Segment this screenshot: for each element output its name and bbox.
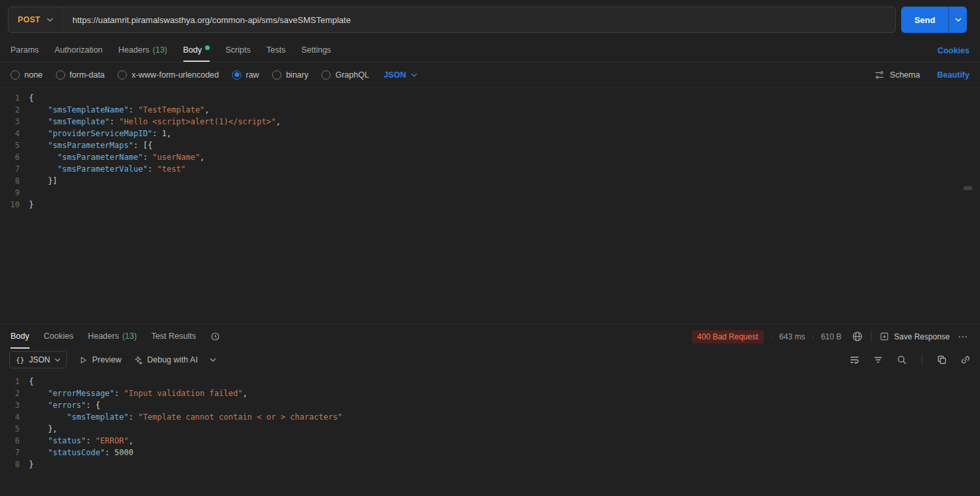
tab-scripts[interactable]: Scripts [225, 39, 250, 62]
body-mode-binary[interactable]: binary [272, 70, 308, 80]
schema-button[interactable]: Schema [874, 70, 920, 80]
play-icon [79, 356, 87, 364]
debug-with-ai-button[interactable]: Debug with AI [133, 355, 198, 364]
response-header: Body Cookies Headers (13) Test Results 4… [0, 324, 980, 349]
radio-icon [56, 70, 65, 80]
editor-scrollbar-thumb[interactable] [964, 186, 972, 190]
response-body-code[interactable]: 1{2 "errorMessage": "Input validation fa… [0, 376, 980, 470]
response-headers-count: (13) [122, 332, 137, 341]
body-mode-graphql[interactable]: GraphQL [321, 70, 369, 80]
divider [871, 332, 872, 342]
url-input[interactable] [63, 7, 895, 32]
network-icon[interactable] [852, 331, 863, 342]
tab-settings[interactable]: Settings [301, 39, 331, 62]
response-tab-body[interactable]: Body [11, 324, 30, 349]
language-select[interactable]: JSON [384, 70, 417, 80]
save-response-icon [879, 332, 889, 341]
separator-dot [770, 332, 773, 341]
separator-dot [812, 332, 814, 341]
filter-icon[interactable] [873, 355, 883, 365]
link-icon[interactable] [960, 355, 971, 365]
url-box: POST [8, 7, 896, 33]
radio-icon [118, 70, 127, 80]
unsaved-changes-dot [205, 45, 210, 50]
status-badge: 400 Bad Request [692, 330, 764, 343]
body-mode-raw[interactable]: raw [232, 70, 259, 80]
request-tabs: Params Authorization Headers (13) Body S… [0, 39, 980, 62]
divider [922, 355, 922, 365]
response-tools [849, 355, 971, 365]
schema-icon [874, 70, 885, 80]
preview-button[interactable]: Preview [79, 355, 121, 364]
request-bar: POST Send [0, 0, 980, 39]
history-icon [210, 332, 220, 341]
request-body-editor[interactable]: 1{2 "smsTemplateName": "TestTemplate",3 … [0, 87, 980, 324]
mode-row-right: Schema Beautify [874, 70, 969, 80]
cookies-link[interactable]: Cookies [937, 39, 969, 62]
wrap-text-icon[interactable] [849, 355, 860, 365]
tab-body[interactable]: Body [183, 39, 210, 62]
radio-icon [11, 70, 20, 80]
response-tab-cookies[interactable]: Cookies [44, 324, 74, 349]
beautify-button[interactable]: Beautify [937, 70, 969, 80]
chevron-down-icon [55, 358, 60, 362]
response-body-editor[interactable]: 1{2 "errorMessage": "Input validation fa… [0, 371, 980, 496]
tab-params[interactable]: Params [11, 39, 39, 62]
body-mode-form-data[interactable]: form-data [56, 70, 105, 80]
chevron-down-icon [47, 18, 53, 22]
radio-icon [272, 70, 281, 80]
body-mode-none[interactable]: none [11, 70, 43, 80]
search-icon[interactable] [897, 355, 907, 365]
braces-icon: {} [16, 356, 24, 364]
radio-selected-icon [232, 70, 241, 80]
more-options-button[interactable]: ⋯ [956, 331, 969, 343]
response-format-select[interactable]: {} JSON [9, 351, 67, 368]
request-body-code[interactable]: 1{2 "smsTemplateName": "TestTemplate",3 … [0, 92, 980, 211]
response-toolbar: {} JSON Preview Debug with AI [0, 349, 980, 371]
tab-authorization[interactable]: Authorization [55, 39, 103, 62]
send-button[interactable]: Send [901, 7, 948, 33]
copy-icon[interactable] [937, 355, 947, 365]
body-mode-x-www-form-urlencoded[interactable]: x-www-form-urlencoded [118, 70, 219, 80]
chevron-down-icon[interactable] [210, 358, 216, 362]
response-size: 610 B [821, 332, 841, 341]
tab-tests[interactable]: Tests [266, 39, 285, 62]
send-options-button[interactable] [948, 7, 967, 33]
radio-icon [321, 70, 331, 80]
response-meta: 400 Bad Request 643 ms 610 B Save Respon… [692, 324, 969, 349]
tab-headers[interactable]: Headers (13) [118, 39, 167, 62]
headers-count: (13) [152, 45, 167, 55]
response-tab-test-results[interactable]: Test Results [151, 324, 196, 349]
body-mode-row: none form-data x-www-form-urlencoded raw… [0, 62, 980, 87]
response-time: 643 ms [780, 332, 805, 341]
method-label: POST [18, 15, 40, 24]
response-history-button[interactable] [210, 324, 220, 349]
response-tab-headers[interactable]: Headers (13) [88, 324, 137, 349]
ai-sparkle-icon [133, 355, 143, 364]
chevron-down-icon [411, 73, 417, 77]
method-select[interactable]: POST [9, 7, 63, 32]
save-response-button[interactable]: Save Response [879, 332, 950, 341]
chevron-down-icon [955, 18, 962, 22]
